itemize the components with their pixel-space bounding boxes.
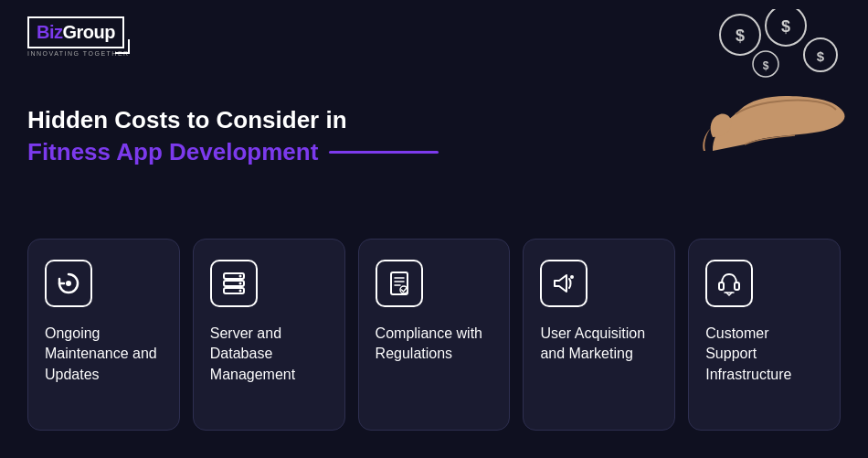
- logo-group: Group: [63, 22, 116, 42]
- card-label-ongoing: Ongoing Maintenance and Updates: [45, 324, 163, 385]
- heading-sub-text: Fitness App Development: [27, 138, 318, 166]
- svg-text:$: $: [763, 59, 769, 72]
- hand-coins-illustration: $ $ $ $: [685, 9, 859, 151]
- card-icon-server: [210, 260, 258, 307]
- svg-point-8: [66, 281, 71, 286]
- svg-point-14: [238, 290, 241, 293]
- card-label-acquisition: User Acquisition and Marketing: [540, 324, 658, 365]
- cards-row: Ongoing Maintenance and Updates Server a…: [27, 239, 841, 431]
- logo-area: BizGroup INNOVATING TOGETHER: [27, 16, 130, 57]
- card-icon-support: [705, 260, 753, 307]
- card-label-server: Server and Database Management: [210, 324, 328, 385]
- card-ongoing-maintenance: Ongoing Maintenance and Updates: [27, 239, 180, 431]
- heading-underline: [329, 151, 439, 154]
- logo-box: BizGroup: [27, 16, 124, 48]
- svg-point-12: [238, 275, 241, 278]
- logo-biz: Biz: [37, 22, 63, 42]
- card-user-acquisition: User Acquisition and Marketing: [523, 239, 675, 431]
- svg-text:$: $: [736, 27, 745, 45]
- svg-point-20: [570, 275, 574, 279]
- card-icon-acquisition: [540, 260, 587, 307]
- card-server-database: Server and Database Management: [193, 239, 345, 431]
- svg-rect-22: [735, 282, 739, 290]
- card-label-compliance: Compliance with Regulations: [376, 324, 493, 365]
- card-icon-ongoing: [45, 260, 92, 307]
- heading-section: Hidden Costs to Consider in Fitness App …: [27, 105, 439, 166]
- svg-rect-21: [719, 282, 724, 290]
- svg-text:$: $: [781, 17, 790, 36]
- svg-text:$: $: [817, 48, 825, 64]
- logo-tagline: INNOVATING TOGETHER: [27, 50, 130, 57]
- heading-line2: Fitness App Development: [27, 138, 439, 166]
- svg-point-13: [238, 282, 241, 285]
- heading-line1: Hidden Costs to Consider in: [27, 105, 439, 136]
- card-icon-compliance: [376, 260, 423, 307]
- logo-text: BizGroup: [37, 22, 115, 43]
- card-label-support: Customer Support Infrastructure: [705, 324, 823, 385]
- card-customer-support: Customer Support Infrastructure: [688, 239, 841, 431]
- card-compliance: Compliance with Regulations: [358, 239, 511, 431]
